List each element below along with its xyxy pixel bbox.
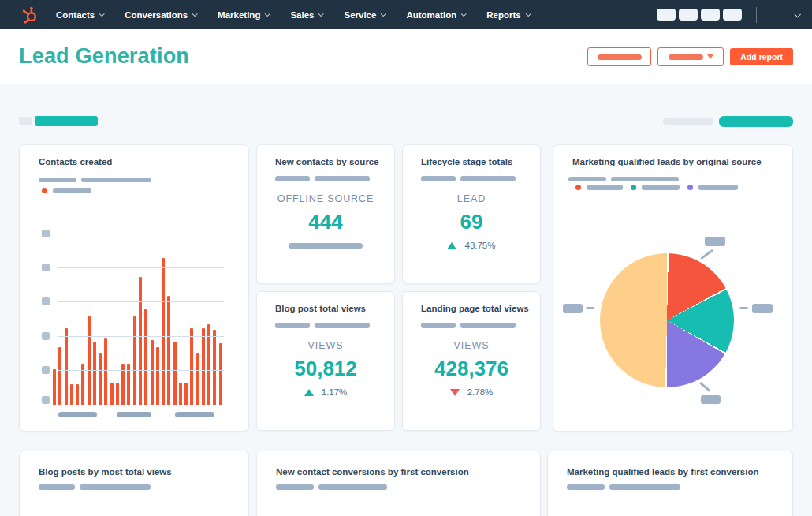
pie-callout-line bbox=[586, 307, 594, 309]
legend-dot-icon bbox=[631, 185, 636, 190]
legend-dot-icon bbox=[575, 185, 581, 190]
pie-callout-label-placeholder bbox=[752, 304, 773, 313]
redacted-subtitle bbox=[275, 323, 370, 328]
redacted-subtitle bbox=[39, 178, 151, 182]
nav-item-automation[interactable]: Automation bbox=[406, 10, 465, 20]
top-nav: Contacts Conversations Marketing Sales S… bbox=[0, 0, 812, 29]
bar bbox=[219, 343, 222, 405]
dashboard-name-placeholder[interactable] bbox=[35, 116, 98, 126]
gridline bbox=[58, 234, 224, 234]
card-title: Blog posts by most total views bbox=[39, 467, 172, 477]
nav-item-label: Automation bbox=[406, 10, 456, 20]
card-new-contact-conversions: New contact conversions by first convers… bbox=[256, 451, 541, 516]
nav-item-service[interactable]: Service bbox=[344, 10, 385, 20]
bar bbox=[173, 342, 177, 405]
nav-item-label: Sales bbox=[290, 10, 314, 20]
redacted-dropdown-button[interactable] bbox=[657, 47, 724, 66]
pie-callout-line bbox=[739, 307, 748, 309]
nav-icon-placeholder[interactable] bbox=[657, 9, 676, 21]
triangle-up-icon bbox=[447, 242, 456, 249]
hubspot-logo-icon[interactable] bbox=[20, 6, 39, 24]
bar-chart-plot bbox=[42, 234, 224, 405]
card-title: Landing page total views bbox=[421, 304, 529, 313]
nav-item-sales[interactable]: Sales bbox=[290, 10, 322, 20]
redacted-text-bar bbox=[421, 323, 456, 328]
bar bbox=[162, 258, 165, 405]
chevron-down-icon bbox=[318, 11, 324, 17]
chevron-down-icon bbox=[192, 11, 198, 17]
page-header: Lead Generation Add report bbox=[0, 29, 812, 84]
bar bbox=[88, 316, 91, 405]
header-actions: Add report bbox=[587, 47, 793, 66]
redacted-action-button[interactable] bbox=[587, 47, 651, 66]
stat-label: VIEWS bbox=[403, 340, 540, 351]
card-new-contacts-by-source: New contacts by source OFFLINE SOURCE 44… bbox=[256, 144, 395, 284]
redacted-text-bar bbox=[80, 484, 151, 490]
redacted-text-bar bbox=[315, 176, 370, 181]
y-axis-tick-placeholder bbox=[42, 297, 50, 305]
chevron-down-icon bbox=[525, 11, 531, 17]
card-title: Contacts created bbox=[39, 157, 112, 166]
legend-dot-icon bbox=[687, 185, 693, 190]
redacted-text-bar bbox=[421, 176, 456, 181]
bar bbox=[70, 384, 73, 405]
stat-value: 428,376 bbox=[403, 357, 540, 381]
redacted-text-bar bbox=[275, 323, 310, 328]
bar bbox=[190, 328, 193, 405]
redacted-text-bar bbox=[669, 54, 703, 60]
bar bbox=[110, 383, 114, 405]
redacted-text-bar bbox=[318, 484, 387, 490]
redacted-text-bar bbox=[568, 177, 606, 181]
redacted-text-bar bbox=[39, 484, 75, 490]
redacted-subtitle bbox=[39, 484, 151, 490]
gridline bbox=[58, 267, 224, 268]
bar bbox=[116, 383, 119, 405]
gridline bbox=[58, 301, 224, 302]
nav-menu: Contacts Conversations Marketing Sales S… bbox=[56, 10, 530, 20]
nav-icon-placeholder[interactable] bbox=[701, 9, 720, 21]
redacted-text-bar bbox=[276, 484, 314, 490]
card-title: New contacts by source bbox=[275, 157, 379, 166]
bar bbox=[207, 324, 210, 405]
nav-icon-placeholder[interactable] bbox=[723, 9, 742, 21]
legend-dot-icon bbox=[42, 188, 47, 193]
redacted-text-bar bbox=[609, 484, 680, 490]
nav-item-label: Contacts bbox=[56, 10, 95, 20]
bar bbox=[151, 340, 154, 405]
nav-item-contacts[interactable]: Contacts bbox=[56, 10, 103, 20]
bar bbox=[58, 347, 61, 405]
delta-percent: 1.17% bbox=[322, 387, 348, 397]
card-blog-post-total-views: Blog post total views VIEWS 50,812 1.17% bbox=[256, 291, 395, 431]
card-title: Lifecycle stage totals bbox=[421, 157, 512, 166]
nav-utilities bbox=[654, 0, 812, 29]
bar bbox=[99, 353, 102, 405]
y-axis-tick-placeholder bbox=[42, 230, 50, 237]
account-chevron-down-icon[interactable] bbox=[794, 11, 800, 17]
redacted-subtitle bbox=[421, 323, 516, 328]
bar bbox=[179, 383, 182, 405]
hubspot-dashboard: Contacts Conversations Marketing Sales S… bbox=[0, 0, 812, 516]
add-report-button[interactable]: Add report bbox=[730, 48, 793, 65]
stat-value: 69 bbox=[403, 210, 540, 234]
nav-item-label: Service bbox=[344, 10, 376, 20]
nav-item-marketing[interactable]: Marketing bbox=[218, 10, 269, 20]
pie-chart-legend bbox=[575, 185, 738, 190]
bar bbox=[144, 309, 147, 405]
bar bbox=[156, 347, 159, 405]
chevron-down-icon bbox=[99, 11, 105, 17]
nav-item-conversations[interactable]: Conversations bbox=[125, 10, 196, 20]
redacted-text-bar bbox=[275, 176, 310, 181]
redacted-text-bar bbox=[289, 243, 363, 249]
page-title: Lead Generation bbox=[19, 44, 189, 69]
date-range-placeholder[interactable] bbox=[719, 116, 793, 127]
pie-callout-label-placeholder bbox=[705, 237, 725, 246]
nav-item-label: Conversations bbox=[125, 10, 188, 20]
bar bbox=[202, 328, 205, 405]
nav-icon-placeholder[interactable] bbox=[679, 9, 698, 21]
redacted-text-bar bbox=[81, 178, 151, 182]
filter-placeholder[interactable] bbox=[663, 118, 713, 125]
stat-value: 50,812 bbox=[257, 357, 394, 381]
redacted-legend-label bbox=[698, 185, 738, 190]
dashboard-toggle-placeholder[interactable] bbox=[19, 117, 32, 125]
nav-item-reports[interactable]: Reports bbox=[486, 10, 529, 20]
